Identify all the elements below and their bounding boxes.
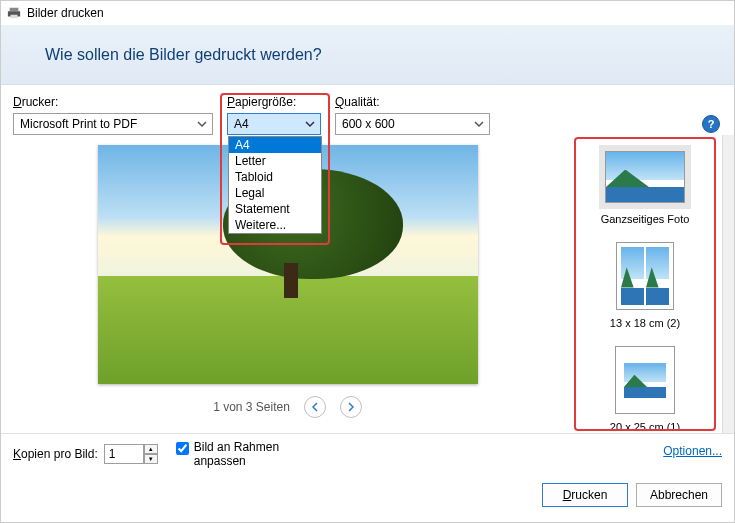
prev-page-button[interactable] [304, 396, 326, 418]
copies-label: Kopien pro Bild: [13, 447, 98, 461]
paper-size-dropdown: A4 Letter Tabloid Legal Statement Weiter… [228, 136, 322, 234]
fit-frame-checkbox[interactable] [176, 442, 189, 455]
window-title: Bilder drucken [27, 6, 104, 20]
paper-option[interactable]: Weitere... [229, 217, 321, 233]
quality-combobox[interactable]: 600 x 600 [335, 113, 490, 135]
paper-size-label: Papiergröße: [227, 95, 321, 109]
layout-sidebar-wrap: Ganzseitiges Foto 13 x 18 cm (2) 20 x 25… [574, 135, 734, 433]
copies-down-button[interactable]: ▼ [144, 454, 158, 464]
content-area: 1 von 3 Seiten Ganzseitiges Foto [1, 135, 734, 433]
header-banner: Wie sollen die Bilder gedruckt werden? [1, 25, 734, 85]
paper-option[interactable]: Tabloid [229, 169, 321, 185]
fit-frame-label: Bild an Rahmen anpassen [194, 440, 304, 468]
cancel-button[interactable]: Abbrechen [636, 483, 722, 507]
paper-option[interactable]: A4 [229, 137, 321, 153]
layout-option-13x18[interactable]: 13 x 18 cm (2) [610, 239, 680, 329]
print-button[interactable]: Drucken [542, 483, 628, 507]
layout-option-20x25[interactable]: 20 x 25 cm (1) [610, 343, 680, 431]
printer-combobox[interactable]: Microsoft Print to PDF [13, 113, 213, 135]
copies-up-button[interactable]: ▲ [144, 444, 158, 454]
printer-icon [7, 6, 21, 20]
layout-list: Ganzseitiges Foto 13 x 18 cm (2) 20 x 25… [574, 137, 716, 431]
copies-input[interactable] [104, 444, 144, 464]
help-button[interactable]: ? [702, 115, 720, 133]
layout-scrollbar[interactable] [722, 135, 734, 433]
svg-rect-2 [11, 15, 18, 19]
quality-label: Qualität: [335, 95, 490, 109]
pager: 1 von 3 Seiten [213, 396, 362, 418]
page-indicator: 1 von 3 Seiten [213, 400, 290, 414]
paper-size-combobox[interactable]: A4 A4 Letter Tabloid Legal Statement Wei… [227, 113, 321, 135]
settings-row: Drucker: Microsoft Print to PDF Papiergr… [1, 85, 734, 135]
title-bar: Bilder drucken [1, 1, 734, 25]
paper-option[interactable]: Statement [229, 201, 321, 217]
layout-label: 13 x 18 cm (2) [610, 317, 680, 329]
dialog-buttons: Drucken Abbrechen [1, 473, 734, 519]
layout-label: 20 x 25 cm (1) [610, 421, 680, 431]
header-question: Wie sollen die Bilder gedruckt werden? [45, 46, 322, 64]
fit-frame-control: Bild an Rahmen anpassen [176, 440, 304, 468]
paper-option[interactable]: Letter [229, 153, 321, 169]
printer-label: Drucker: [13, 95, 213, 109]
printer-value: Microsoft Print to PDF [20, 117, 137, 131]
chevron-down-icon [196, 118, 208, 130]
quality-value: 600 x 600 [342, 117, 395, 131]
layout-option-fullpage[interactable]: Ganzseitiges Foto [599, 145, 691, 225]
svg-rect-0 [10, 8, 19, 12]
next-page-button[interactable] [340, 396, 362, 418]
layout-label: Ganzseitiges Foto [601, 213, 690, 225]
options-bar: Kopien pro Bild: ▲ ▼ Bild an Rahmen anpa… [1, 433, 734, 473]
copies-control: Kopien pro Bild: ▲ ▼ [13, 444, 158, 464]
print-pictures-dialog: Bilder drucken Wie sollen die Bilder ged… [0, 0, 735, 523]
options-link[interactable]: Optionen... [663, 444, 722, 458]
paper-option[interactable]: Legal [229, 185, 321, 201]
chevron-down-icon [304, 118, 316, 130]
paper-size-value: A4 [234, 117, 249, 131]
chevron-down-icon [473, 118, 485, 130]
